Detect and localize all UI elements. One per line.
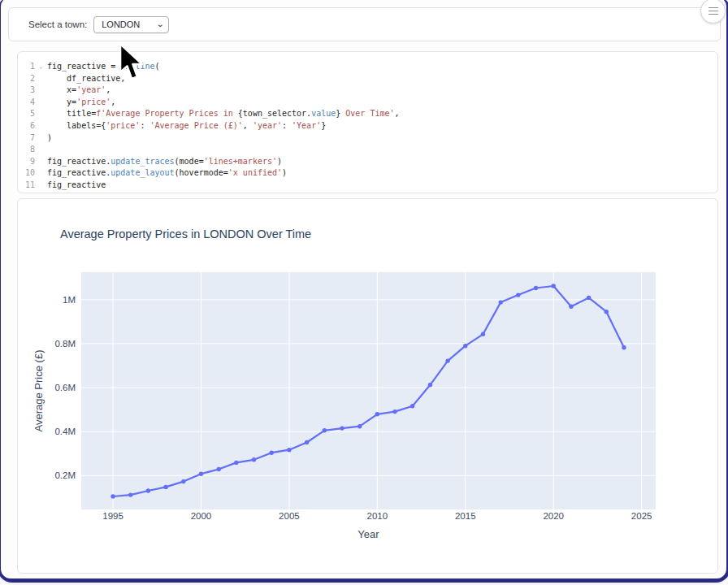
notebook-menu-button[interactable] — [700, 0, 726, 24]
data-point — [499, 300, 503, 304]
code-line[interactable]: 11fig_reactive — [18, 180, 717, 192]
x-tick-label: 2010 — [367, 511, 388, 521]
code-text[interactable]: y='price', — [47, 97, 115, 109]
data-point — [128, 492, 132, 496]
code-cell-editor[interactable]: 1⌄fig_reactive = px.line(2 df_reactive,3… — [17, 51, 718, 193]
fold-gutter — [35, 97, 47, 109]
code-line[interactable]: 3 x='year', — [18, 84, 717, 97]
x-axis-title: Year — [358, 528, 379, 540]
y-tick-label: 0.2M — [54, 470, 76, 480]
code-token: y= — [47, 98, 76, 106]
code-line[interactable]: 5 title=f'Average Property Prices in {to… — [18, 108, 717, 120]
town-select-value: LONDON — [102, 20, 140, 29]
code-text[interactable]: fig_reactive = px.line( — [47, 61, 160, 73]
data-point — [428, 383, 432, 387]
fold-gutter — [35, 156, 47, 168]
data-point — [287, 448, 291, 452]
code-token: 'x unified' — [228, 168, 282, 177]
data-point — [252, 457, 256, 462]
code-token: {town_selector. — [238, 109, 311, 118]
code-token: Over Time' — [340, 109, 394, 118]
code-token: 'Year' — [292, 121, 321, 130]
code-token: df_reactive, — [47, 74, 125, 83]
line-number: 3 — [18, 84, 35, 97]
code-token: ) — [47, 133, 52, 142]
y-tick-label: 0.4M — [54, 427, 76, 436]
line-number: 8 — [18, 144, 35, 156]
data-point — [163, 485, 167, 489]
line-number: 4 — [18, 97, 35, 109]
code-token: (hovermode= — [175, 168, 228, 177]
price-chart[interactable]: 19952000200520102015202020250.2M0.4M0.6M… — [18, 199, 717, 573]
x-tick-label: 1995 — [102, 511, 124, 521]
code-token: , — [395, 109, 400, 118]
code-text[interactable]: labels={'price': 'Average Price (£)', 'y… — [47, 120, 326, 132]
code-token: fig_reactive. — [47, 168, 110, 177]
code-lines: 1⌄fig_reactive = px.line(2 df_reactive,3… — [18, 61, 717, 192]
code-text[interactable]: df_reactive, — [47, 73, 125, 85]
data-point — [375, 412, 379, 416]
fold-gutter — [35, 84, 47, 97]
town-selector-label: Select a town: — [28, 20, 87, 29]
code-token: (mode= — [175, 157, 204, 166]
x-tick-label: 2015 — [455, 511, 476, 521]
code-line[interactable]: 2 df_reactive, — [18, 73, 717, 85]
code-line[interactable]: 8 — [18, 144, 717, 156]
code-text[interactable]: fig_reactive — [47, 180, 106, 192]
code-token: : — [140, 121, 150, 130]
code-token: , — [110, 98, 115, 106]
code-text[interactable]: ) — [47, 132, 52, 145]
code-token: : — [282, 121, 292, 130]
data-point — [622, 345, 626, 349]
data-point — [534, 286, 538, 290]
data-point — [323, 428, 327, 432]
data-point — [110, 494, 115, 498]
code-line[interactable]: 7) — [18, 132, 717, 145]
code-text[interactable]: fig_reactive.update_layout(hovermode='x … — [47, 167, 287, 180]
data-point — [234, 461, 238, 465]
data-point — [445, 358, 449, 362]
fold-gutter — [35, 108, 47, 120]
code-token: 'year' — [76, 85, 106, 94]
code-text[interactable]: fig_reactive.update_traces(mode='lines+m… — [47, 156, 282, 168]
data-point — [217, 467, 221, 471]
code-line[interactable]: 1⌄fig_reactive = px.line( — [18, 61, 717, 73]
data-point — [340, 426, 344, 430]
code-line[interactable]: 10fig_reactive.update_layout(hovermode='… — [18, 167, 717, 180]
code-token: ) — [277, 157, 282, 166]
y-tick-label: 0.6M — [54, 383, 76, 392]
code-token: value — [311, 109, 336, 118]
code-token: 'Average Price (£)' — [150, 121, 242, 130]
code-token: ) — [282, 168, 287, 177]
code-text[interactable]: title=f'Average Property Prices in {town… — [47, 108, 400, 120]
code-token: , — [243, 121, 253, 130]
code-line[interactable]: 9fig_reactive.update_traces(mode='lines+… — [18, 156, 717, 168]
data-point — [604, 310, 609, 314]
data-point — [358, 424, 362, 428]
data-point — [587, 296, 591, 300]
data-point — [392, 410, 396, 414]
line-number: 11 — [18, 180, 35, 192]
code-token: 'price' — [76, 98, 110, 106]
data-point — [463, 344, 467, 348]
code-token: title= — [47, 109, 96, 118]
chevron-down-icon: ⌄ — [156, 20, 165, 28]
fold-gutter — [35, 73, 47, 85]
fold-chevron-icon[interactable]: ⌄ — [35, 61, 47, 73]
fold-gutter — [35, 144, 47, 156]
code-token: 'year' — [253, 121, 282, 130]
code-token: 'lines+markers' — [204, 157, 277, 166]
fold-gutter — [35, 180, 47, 192]
town-select-dropdown[interactable]: LONDON ⌄ — [93, 16, 169, 33]
code-line[interactable]: 4 y='price', — [18, 97, 717, 109]
x-tick-label: 2000 — [191, 511, 212, 521]
code-token: , — [106, 85, 110, 94]
code-token: update_layout — [110, 168, 174, 177]
code-text[interactable]: x='year', — [47, 84, 110, 97]
code-token: fig_reactive — [47, 180, 106, 189]
code-line[interactable]: 6 labels={'price': 'Average Price (£)', … — [18, 120, 717, 132]
data-point — [481, 332, 485, 336]
code-token: line — [135, 62, 154, 71]
data-point — [569, 305, 573, 309]
line-number: 6 — [18, 120, 35, 132]
